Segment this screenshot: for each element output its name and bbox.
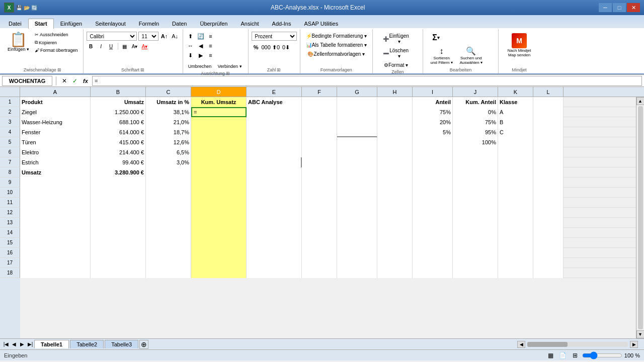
cell-C16[interactable]	[146, 248, 191, 258]
cell-B14[interactable]	[91, 228, 146, 238]
cell-G12[interactable]	[337, 208, 377, 218]
row-num-5[interactable]: 5	[0, 137, 20, 147]
cell-f3[interactable]	[302, 117, 337, 127]
cell-J16[interactable]	[453, 248, 498, 258]
row-num-10[interactable]: 10	[0, 188, 20, 198]
cell-K17[interactable]	[498, 258, 533, 268]
cell-j8[interactable]	[453, 167, 498, 177]
tab-start[interactable]: Start	[28, 19, 54, 29]
cell-b8[interactable]: 3.280.900 €	[91, 167, 146, 177]
cell-G15[interactable]	[337, 238, 377, 248]
cell-f2[interactable]	[302, 107, 337, 117]
cell-g1[interactable]	[337, 97, 377, 107]
cell-D16[interactable]	[191, 248, 247, 258]
cell-A17[interactable]	[20, 258, 91, 268]
cell-d3[interactable]	[191, 117, 247, 127]
cell-J14[interactable]	[453, 228, 498, 238]
cell-j1[interactable]: Kum. Anteil	[453, 97, 498, 107]
cell-j4[interactable]: 95%	[453, 127, 498, 137]
cell-e4[interactable]	[247, 127, 302, 137]
name-box[interactable]: WOCHENTAG	[2, 76, 52, 86]
cell-g5[interactable]	[337, 137, 377, 147]
col-header-a[interactable]: A	[20, 87, 91, 97]
sheet-nav-first[interactable]: |◀	[2, 340, 10, 348]
cell-l8[interactable]	[533, 167, 564, 177]
cell-K18[interactable]	[498, 268, 533, 278]
cell-d2[interactable]: =	[191, 107, 247, 117]
cell-d5[interactable]	[191, 137, 247, 147]
cell-c3[interactable]: 21,0%	[146, 117, 191, 127]
cell-C13[interactable]	[146, 218, 191, 228]
normal-view-button[interactable]: ▦	[546, 351, 556, 359]
align-right-button[interactable]: ≡	[206, 51, 215, 60]
cell-e6[interactable]	[247, 147, 302, 157]
cell-l1[interactable]	[533, 97, 564, 107]
cell-i4[interactable]: 5%	[413, 127, 453, 137]
cell-d8[interactable]	[191, 167, 247, 177]
col-header-e[interactable]: E	[247, 87, 302, 97]
cell-h1[interactable]	[377, 97, 413, 107]
cell-k2[interactable]: A	[498, 107, 533, 117]
cell-f5[interactable]	[302, 137, 337, 147]
tab-daten[interactable]: Daten	[166, 19, 193, 28]
cell-B16[interactable]	[91, 248, 146, 258]
italic-button[interactable]: I	[97, 42, 106, 51]
fill-color-button[interactable]: A▾	[130, 42, 139, 51]
cell-d4[interactable]	[191, 127, 247, 137]
cell-I18[interactable]	[413, 268, 453, 278]
percent-button[interactable]: %	[252, 43, 261, 52]
horizontal-scrollbar[interactable]	[527, 342, 628, 347]
cell-H11[interactable]	[377, 198, 413, 208]
maximize-button[interactable]: □	[613, 3, 626, 12]
cell-e8[interactable]	[247, 167, 302, 177]
cell-a5[interactable]: Türen	[20, 137, 91, 147]
cell-i8[interactable]	[413, 167, 453, 177]
cell-k3[interactable]: B	[498, 117, 533, 127]
cell-E14[interactable]	[247, 228, 302, 238]
cell-h5[interactable]	[377, 137, 413, 147]
cell-a3[interactable]: Wasser-Heizung	[20, 117, 91, 127]
hscroll-right-button[interactable]: ▶	[630, 341, 638, 348]
col-header-h[interactable]: H	[377, 87, 413, 97]
insert-cells-button[interactable]: ➕ Einfügen ▾	[380, 32, 412, 46]
cell-J15[interactable]	[453, 238, 498, 248]
clipboard-expand-icon[interactable]: ⊞	[57, 67, 61, 72]
tab-ueberpruefen[interactable]: Überprüfen	[193, 19, 234, 28]
thousands-button[interactable]: 000	[262, 43, 271, 52]
cell-c2[interactable]: 38,1%	[146, 107, 191, 117]
cell-l4[interactable]	[533, 127, 564, 137]
cell-H16[interactable]	[377, 248, 413, 258]
cell-J9[interactable]	[453, 177, 498, 188]
cell-G9[interactable]	[337, 177, 377, 188]
cell-i2[interactable]: 75%	[413, 107, 453, 117]
cell-a8[interactable]: Umsatz	[20, 167, 91, 177]
cell-j5[interactable]: 100%	[453, 137, 498, 147]
cell-C11[interactable]	[146, 198, 191, 208]
alignment-expand-icon[interactable]: ⊞	[226, 71, 230, 76]
col-header-f[interactable]: F	[302, 87, 337, 97]
cell-h2[interactable]	[377, 107, 413, 117]
format-cells-button[interactable]: ⚙ Format ▾	[380, 61, 412, 69]
cell-d6[interactable]	[191, 147, 247, 157]
orientation-button[interactable]: 🔄	[196, 32, 205, 41]
cell-K13[interactable]	[498, 218, 533, 228]
cell-K12[interactable]	[498, 208, 533, 218]
cell-h4[interactable]	[377, 127, 413, 137]
align-bottom-button[interactable]: ⬇	[186, 51, 195, 60]
cell-L10[interactable]	[533, 188, 564, 198]
hscroll-left-button[interactable]: ◀	[517, 341, 525, 348]
cell-K14[interactable]	[498, 228, 533, 238]
cell-E10[interactable]	[247, 188, 302, 198]
tab-addins[interactable]: Add-Ins	[266, 19, 298, 28]
row-num-12[interactable]: 12	[0, 208, 20, 218]
cell-h3[interactable]	[377, 117, 413, 127]
find-select-button[interactable]: 🔍 Suchen undAuswählen ▾	[457, 45, 485, 66]
tab-ansicht[interactable]: Ansicht	[234, 19, 265, 28]
cell-c5[interactable]: 12,6%	[146, 137, 191, 147]
cell-G14[interactable]	[337, 228, 377, 238]
cell-i3[interactable]: 20%	[413, 117, 453, 127]
cell-A16[interactable]	[20, 248, 91, 258]
cell-c4[interactable]: 18,7%	[146, 127, 191, 137]
row-num-9[interactable]: 9	[0, 177, 20, 188]
cell-c8[interactable]	[146, 167, 191, 177]
